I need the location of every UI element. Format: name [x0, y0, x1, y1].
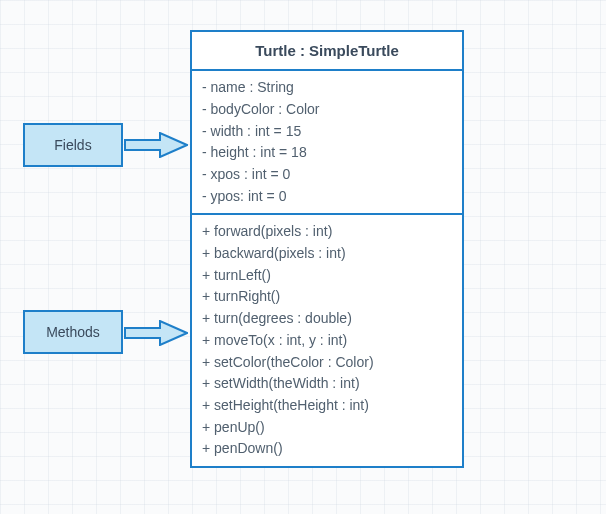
- fields-callout: Fields: [23, 123, 123, 167]
- uml-method-10: + penDown(): [202, 438, 452, 460]
- uml-method-9: + penUp(): [202, 417, 452, 439]
- arrow-fields-icon: [124, 132, 188, 158]
- uml-method-0: + forward(pixels : int): [202, 221, 452, 243]
- uml-method-7: + setWidth(theWidth : int): [202, 373, 452, 395]
- uml-method-3: + turnRight(): [202, 286, 452, 308]
- uml-field-1: - bodyColor : Color: [202, 99, 452, 121]
- arrow-methods-icon: [124, 320, 188, 346]
- uml-method-6: + setColor(theColor : Color): [202, 352, 452, 374]
- methods-callout: Methods: [23, 310, 123, 354]
- uml-method-4: + turn(degrees : double): [202, 308, 452, 330]
- uml-field-4: - xpos : int = 0: [202, 164, 452, 186]
- diagram-canvas: Fields Methods Turtle : SimpleTurtle - n…: [0, 0, 606, 514]
- uml-class-box: Turtle : SimpleTurtle - name : String- b…: [190, 30, 464, 468]
- uml-class-title: Turtle : SimpleTurtle: [192, 32, 462, 69]
- uml-method-1: + backward(pixels : int): [202, 243, 452, 265]
- uml-fields-section: - name : String- bodyColor : Color- widt…: [192, 69, 462, 213]
- svg-marker-1: [125, 321, 187, 345]
- fields-callout-label: Fields: [54, 137, 91, 153]
- uml-method-2: + turnLeft(): [202, 265, 452, 287]
- uml-methods-section: + forward(pixels : int)+ backward(pixels…: [192, 213, 462, 466]
- uml-field-3: - height : int = 18: [202, 142, 452, 164]
- svg-marker-0: [125, 133, 187, 157]
- uml-method-5: + moveTo(x : int, y : int): [202, 330, 452, 352]
- uml-method-8: + setHeight(theHeight : int): [202, 395, 452, 417]
- uml-field-5: - ypos: int = 0: [202, 186, 452, 208]
- uml-field-0: - name : String: [202, 77, 452, 99]
- uml-field-2: - width : int = 15: [202, 121, 452, 143]
- methods-callout-label: Methods: [46, 324, 100, 340]
